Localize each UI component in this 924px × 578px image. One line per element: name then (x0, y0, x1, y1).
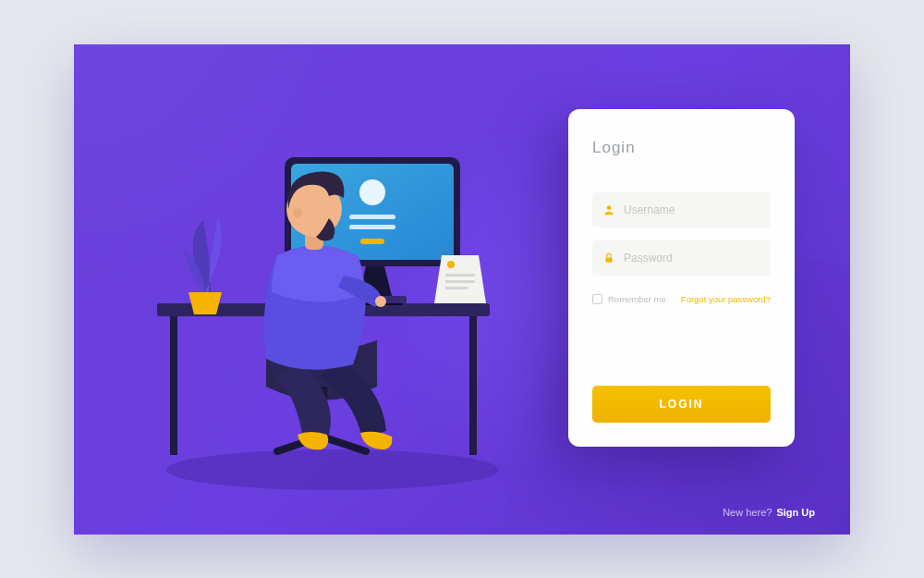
svg-rect-2 (170, 316, 177, 455)
login-title: Login (592, 139, 771, 157)
remember-label: Remember me (608, 294, 666, 304)
svg-rect-7 (349, 215, 395, 219)
login-button[interactable]: LOGIN (592, 386, 771, 423)
signup-text: New here? (723, 507, 772, 518)
svg-point-12 (447, 261, 455, 268)
user-icon (602, 203, 616, 217)
svg-rect-13 (445, 274, 475, 277)
login-card: Login Remember me Forgot your password? … (568, 109, 795, 447)
forgot-password-link[interactable]: Forgot your password? (681, 294, 771, 304)
password-input[interactable] (624, 252, 761, 264)
lock-icon (602, 251, 616, 265)
login-options-row: Remember me Forgot your password? (592, 294, 771, 304)
svg-rect-3 (469, 316, 477, 455)
remember-checkbox[interactable] (592, 294, 602, 304)
svg-point-21 (293, 208, 302, 217)
svg-marker-11 (434, 255, 486, 303)
login-page: Login Remember me Forgot your password? … (74, 44, 850, 535)
svg-point-6 (359, 179, 385, 205)
hero-illustration (139, 100, 527, 488)
signup-link[interactable]: Sign Up (776, 507, 815, 518)
svg-rect-23 (606, 257, 613, 262)
password-field-wrap (592, 240, 771, 276)
username-input[interactable] (624, 203, 761, 216)
svg-rect-15 (445, 287, 468, 289)
signup-prompt: New here? Sign Up (723, 507, 815, 518)
svg-point-18 (375, 296, 386, 307)
svg-rect-8 (349, 225, 395, 229)
svg-rect-9 (360, 239, 384, 244)
svg-point-22 (607, 205, 612, 210)
svg-rect-14 (445, 280, 475, 283)
username-field-wrap (592, 192, 771, 228)
svg-point-0 (166, 449, 499, 490)
